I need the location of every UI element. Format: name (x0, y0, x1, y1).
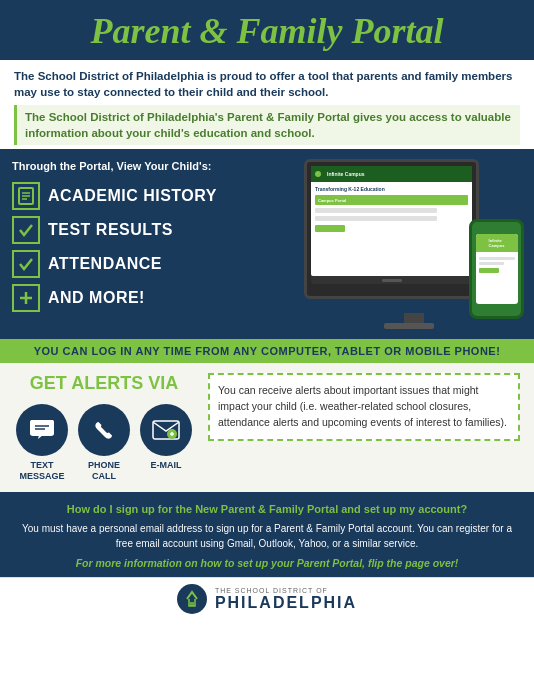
alerts-icons-row: TEXTMESSAGE PHONECALL (14, 404, 194, 482)
bottom-question: How do I sign up for the New Parent & Fa… (16, 502, 518, 517)
attendance-icon (12, 250, 40, 278)
more-label: AND MORE! (48, 289, 145, 307)
features-left: Through the Portal, View Your Child's: A… (0, 149, 294, 339)
feature-item-test: TEST RESULTS (12, 216, 282, 244)
email-label: E-MAIL (151, 460, 182, 471)
alerts-title: GET ALERTS VIA (14, 373, 194, 394)
bottom-section: How do I sign up for the New Parent & Fa… (0, 492, 534, 577)
alert-item-email: E-MAIL (140, 404, 192, 482)
features-section: Through the Portal, View Your Child's: A… (0, 149, 534, 339)
footer-logo (177, 584, 207, 614)
test-icon (12, 216, 40, 244)
features-right: Infinite Campus Transforming K-12 Educat… (294, 149, 534, 339)
monitor-base (384, 323, 434, 329)
footer-city: PHILADELPHIA (215, 594, 357, 612)
footer: THE SCHOOL DISTRICT OF PHILADELPHIA (0, 577, 534, 620)
login-banner-text: YOU CAN LOG IN ANY TIME FROM ANY COMPUTE… (6, 345, 528, 357)
attendance-label: ATTENDANCE (48, 255, 162, 273)
phone-screen: InfiniteCampus (476, 234, 518, 304)
feature-item-attendance: ATTENDANCE (12, 250, 282, 278)
intro-section: The School District of Philadelphia is p… (0, 60, 534, 149)
academic-icon (12, 182, 40, 210)
more-icon (12, 284, 40, 312)
phone-call-icon (78, 404, 130, 456)
text-message-label: TEXTMESSAGE (19, 460, 64, 482)
login-banner: YOU CAN LOG IN ANY TIME FROM ANY COMPUTE… (0, 339, 534, 363)
intro-green-text: The School District of Philadelphia's Pa… (14, 105, 520, 145)
header: Parent & Family Portal (0, 0, 534, 60)
academic-label: ACADEMIC HISTORY (48, 187, 217, 205)
alerts-description: You can receive alerts about important i… (218, 383, 510, 430)
text-message-icon (16, 404, 68, 456)
phone-call-label: PHONECALL (88, 460, 120, 482)
intro-bold-text: The School District of Philadelphia is p… (14, 68, 520, 100)
alerts-section: GET ALERTS VIA TEXTMESSAGE (0, 363, 534, 492)
bottom-answer: You must have a personal email address t… (16, 521, 518, 551)
alert-item-text: TEXTMESSAGE (16, 404, 68, 482)
monitor-screen: Infinite Campus Transforming K-12 Educat… (311, 166, 472, 276)
email-icon (140, 404, 192, 456)
test-label: TEST RESULTS (48, 221, 173, 239)
alerts-left: GET ALERTS VIA TEXTMESSAGE (14, 373, 194, 482)
alerts-description-box: You can receive alerts about important i… (208, 373, 520, 440)
monitor: Infinite Campus Transforming K-12 Educat… (304, 159, 479, 299)
footer-district-label: THE SCHOOL DISTRICT OF (215, 587, 357, 594)
page-title: Parent & Family Portal (20, 10, 514, 52)
feature-item-academic: ACADEMIC HISTORY (12, 182, 282, 210)
features-heading: Through the Portal, View Your Child's: (12, 159, 282, 173)
alert-item-phone: PHONECALL (78, 404, 130, 482)
device-mockup: Infinite Campus Transforming K-12 Educat… (304, 159, 524, 329)
phone-mockup: InfiniteCampus (469, 219, 524, 319)
footer-text: THE SCHOOL DISTRICT OF PHILADELPHIA (215, 587, 357, 612)
bottom-flip-text: For more information on how to set up yo… (16, 557, 518, 569)
feature-item-more: AND MORE! (12, 284, 282, 312)
